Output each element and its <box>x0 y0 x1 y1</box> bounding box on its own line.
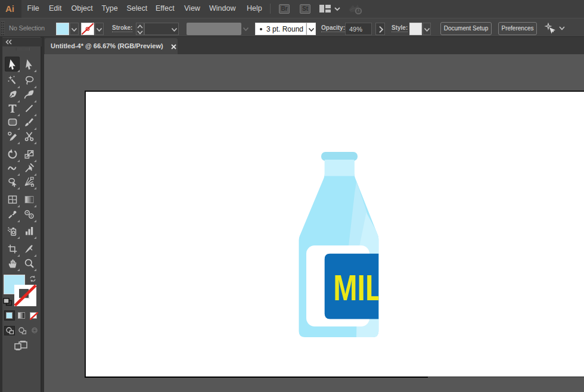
svg-text:MILK: MILK <box>333 267 390 308</box>
